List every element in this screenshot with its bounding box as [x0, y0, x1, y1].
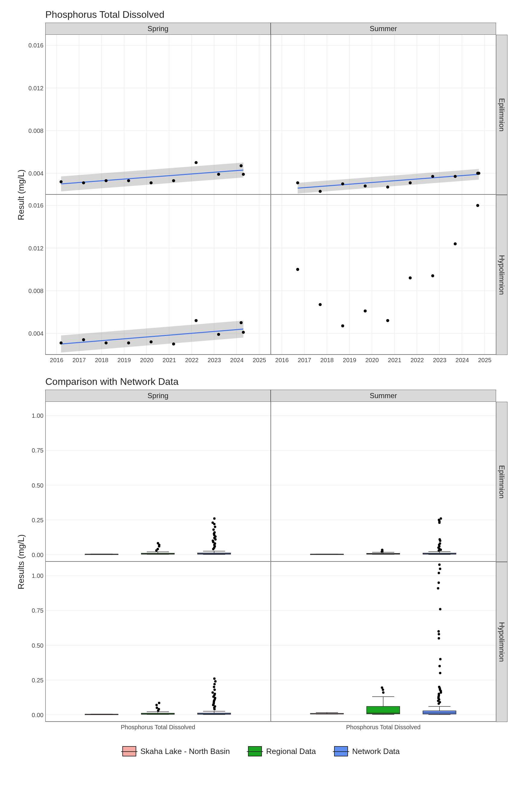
facet-col-label: Summer: [271, 390, 496, 402]
svg-point-81: [217, 333, 220, 336]
chart-panel: [271, 402, 496, 562]
chart-panel: [45, 562, 271, 722]
svg-point-25: [217, 173, 220, 176]
svg-point-294: [437, 587, 439, 589]
svg-point-80: [195, 319, 198, 322]
svg-point-155: [212, 522, 214, 524]
x-ticks: Phosphorus Total Dissolved: [45, 722, 271, 737]
svg-point-78: [149, 341, 153, 343]
svg-point-129: [157, 548, 159, 550]
svg-point-74: [60, 341, 62, 344]
svg-point-102: [341, 324, 344, 327]
svg-point-298: [438, 563, 441, 566]
facet-row-label: Epilimnion: [496, 402, 507, 562]
svg-point-50: [386, 185, 389, 188]
svg-point-287: [439, 672, 441, 674]
y-axis-label: Result (mg/L): [12, 35, 30, 355]
chart-grid-2: Results (mg/L)SpringSummer0.000.250.500.…: [12, 390, 507, 737]
svg-point-292: [437, 630, 440, 633]
svg-point-48: [341, 182, 344, 185]
svg-point-297: [439, 568, 441, 570]
svg-point-281: [438, 693, 440, 695]
chart-title-1: Phosphorus Total Dissolved: [45, 9, 510, 20]
svg-point-47: [319, 190, 322, 193]
svg-rect-272: [423, 711, 456, 714]
legend-item: Regional Data: [248, 746, 316, 756]
svg-point-82: [240, 321, 243, 324]
svg-point-221: [158, 702, 160, 704]
y-axis-label: Results (mg/L): [12, 402, 30, 722]
legend-swatch: [334, 746, 348, 756]
svg-point-153: [214, 526, 216, 528]
svg-point-23: [172, 179, 175, 182]
chart-title-2: Comparison with Network Data: [45, 376, 510, 387]
y-ticks: 0.0040.0080.0120.016: [30, 35, 45, 195]
svg-point-191: [439, 542, 441, 545]
y-ticks: 0.000.250.500.751.00: [30, 402, 45, 562]
legend-swatch: [248, 746, 262, 756]
svg-point-288: [438, 665, 441, 667]
facet-row-label: Epilimnion: [496, 35, 507, 195]
svg-point-22: [149, 181, 153, 184]
svg-point-104: [386, 319, 389, 322]
svg-point-265: [382, 691, 385, 694]
facet-col-label: Summer: [271, 23, 496, 35]
svg-point-218: [158, 708, 160, 710]
svg-point-21: [127, 179, 130, 182]
chart-panel: [271, 195, 496, 355]
svg-point-266: [382, 688, 384, 691]
svg-point-76: [104, 341, 107, 344]
chart-grid-1: Result (mg/L)SpringSummer0.0040.0080.012…: [12, 23, 507, 370]
svg-point-51: [409, 181, 412, 184]
svg-point-132: [157, 542, 159, 544]
svg-point-239: [214, 693, 216, 695]
svg-point-151: [213, 531, 216, 533]
legend-label: Skaha Lake - North Basin: [140, 747, 230, 756]
svg-point-24: [195, 161, 198, 164]
svg-point-156: [213, 517, 216, 520]
legend-item: Skaha Lake - North Basin: [122, 746, 230, 756]
svg-point-296: [438, 572, 440, 574]
svg-point-46: [296, 181, 299, 184]
svg-point-152: [213, 528, 215, 531]
svg-point-52: [431, 175, 434, 178]
svg-point-286: [438, 686, 440, 688]
svg-point-19: [82, 181, 85, 184]
legend-swatch: [122, 746, 136, 756]
svg-point-196: [438, 519, 440, 521]
chart-panel: [45, 402, 271, 562]
svg-point-79: [172, 343, 175, 346]
chart-panel: [45, 35, 271, 195]
facet-row-label: Hypolimnion: [496, 562, 507, 722]
chart-panel: [271, 562, 496, 722]
svg-point-77: [127, 341, 130, 344]
y-ticks: 0.000.250.500.751.00: [30, 562, 45, 722]
legend-label: Network Data: [352, 747, 400, 756]
svg-point-108: [476, 204, 479, 207]
legend-label: Regional Data: [266, 747, 316, 756]
svg-point-289: [439, 658, 442, 661]
svg-point-178: [381, 549, 383, 551]
legend: Skaha Lake - North BasinRegional DataNet…: [12, 746, 510, 756]
y-ticks: 0.0040.0080.0120.016: [30, 195, 45, 355]
svg-point-293: [439, 608, 441, 610]
svg-point-267: [381, 686, 383, 689]
svg-point-291: [438, 633, 440, 635]
legend-item: Network Data: [334, 746, 400, 756]
svg-point-145: [212, 540, 214, 542]
svg-point-49: [364, 185, 367, 188]
svg-point-26: [240, 164, 243, 167]
svg-point-243: [213, 683, 216, 686]
svg-point-53: [454, 175, 457, 178]
svg-point-219: [156, 707, 158, 709]
svg-point-101: [319, 303, 322, 306]
x-ticks: 2016201720182019202020212022202320242025: [45, 355, 271, 370]
svg-point-242: [213, 686, 215, 688]
facet-col-label: Spring: [45, 23, 271, 35]
svg-rect-263: [367, 706, 400, 714]
svg-point-105: [409, 277, 412, 280]
svg-point-240: [212, 691, 214, 694]
svg-point-55: [477, 171, 480, 175]
svg-point-106: [431, 274, 434, 277]
x-ticks: 2016201720182019202020212022202320242025: [271, 355, 496, 370]
